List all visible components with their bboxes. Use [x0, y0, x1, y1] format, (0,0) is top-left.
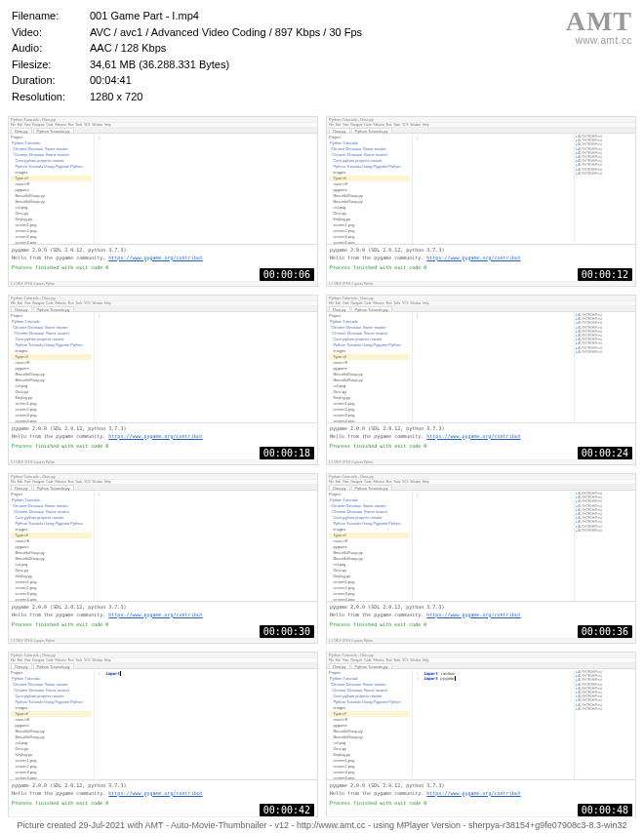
menu-item[interactable]: Help: [104, 480, 110, 484]
menu-item[interactable]: Run: [68, 658, 74, 662]
menu-item[interactable]: Edit: [18, 658, 22, 662]
menu-item[interactable]: Help: [104, 658, 110, 662]
menu-item[interactable]: Run: [68, 301, 74, 305]
menu-item[interactable]: Code: [364, 480, 371, 484]
pygame-link[interactable]: https://www.pygame.org/contribut: [426, 790, 520, 796]
ide-tab[interactable]: Dino.py: [329, 663, 350, 668]
menu-item[interactable]: Run: [68, 123, 74, 127]
menu-item[interactable]: Tools: [75, 480, 82, 484]
menu-item[interactable]: File: [11, 658, 16, 662]
menu-item[interactable]: Refactor: [55, 658, 65, 662]
menu-item[interactable]: Edit: [336, 123, 341, 127]
menu-item[interactable]: Edit: [336, 658, 341, 662]
menu-item[interactable]: Navigate: [350, 658, 362, 662]
menu-item[interactable]: View: [24, 480, 30, 484]
menu-item[interactable]: Window: [411, 123, 422, 127]
menu-item[interactable]: Code: [46, 658, 53, 662]
menu-item[interactable]: VCS: [84, 658, 90, 662]
ide-tab[interactable]: Dino.py: [11, 306, 32, 311]
menu-item[interactable]: Navigate: [350, 480, 362, 484]
menu-item[interactable]: View: [24, 658, 30, 662]
menu-item[interactable]: Window: [93, 123, 103, 127]
menu-item[interactable]: Window: [411, 658, 422, 662]
menu-item[interactable]: Help: [423, 658, 428, 662]
menu-item[interactable]: Refactor: [373, 301, 383, 305]
ide-tab[interactable]: Python Tutorials.py: [33, 128, 74, 133]
ide-tab[interactable]: Dino.py: [11, 663, 32, 668]
pygame-link[interactable]: https://www.pygame.org/contribut: [108, 433, 202, 439]
code-editor[interactable]: 1import: [95, 669, 317, 779]
menu-item[interactable]: Window: [93, 480, 103, 484]
menu-item[interactable]: Code: [364, 658, 371, 662]
menu-item[interactable]: File: [329, 480, 334, 484]
menu-item[interactable]: Refactor: [373, 658, 383, 662]
menu-item[interactable]: View: [342, 301, 348, 305]
code-editor[interactable]: 1import random2import pygame: [413, 669, 573, 779]
menu-item[interactable]: Window: [411, 301, 422, 305]
code-editor[interactable]: 1: [95, 312, 317, 422]
menu-item[interactable]: Navigate: [32, 123, 44, 127]
menu-item[interactable]: File: [329, 658, 334, 662]
menu-item[interactable]: Refactor: [373, 123, 383, 127]
menu-item[interactable]: Window: [93, 658, 103, 662]
menu-item[interactable]: View: [342, 123, 348, 127]
code-editor[interactable]: 1: [95, 491, 317, 601]
menu-item[interactable]: VCS: [84, 123, 90, 127]
menu-item[interactable]: Tools: [75, 123, 82, 127]
menu-item[interactable]: View: [24, 123, 30, 127]
menu-item[interactable]: VCS: [84, 480, 90, 484]
menu-item[interactable]: VCS: [402, 480, 408, 484]
code-editor[interactable]: 1: [413, 491, 573, 601]
menu-item[interactable]: Navigate: [32, 480, 44, 484]
menu-item[interactable]: Help: [423, 301, 428, 305]
menu-item[interactable]: Code: [46, 480, 53, 484]
menu-item[interactable]: Navigate: [32, 301, 44, 305]
menu-item[interactable]: Refactor: [55, 123, 65, 127]
menu-item[interactable]: Navigate: [350, 123, 362, 127]
menu-item[interactable]: Navigate: [350, 301, 362, 305]
pygame-link[interactable]: https://www.pygame.org/contribut: [426, 255, 520, 260]
menu-item[interactable]: Run: [386, 658, 392, 662]
menu-item[interactable]: Edit: [18, 301, 22, 305]
code-editor[interactable]: 1: [95, 134, 317, 244]
pygame-link[interactable]: https://www.pygame.org/contribut: [426, 612, 520, 617]
menu-item[interactable]: Edit: [336, 480, 341, 484]
menu-item[interactable]: Help: [104, 123, 110, 127]
menu-item[interactable]: File: [11, 301, 16, 305]
menu-item[interactable]: Edit: [336, 301, 341, 305]
ide-tab[interactable]: Python Tutorials.py: [351, 128, 392, 133]
menu-item[interactable]: View: [342, 658, 348, 662]
ide-tab[interactable]: Python Tutorials.py: [351, 663, 392, 668]
ide-tab[interactable]: Python Tutorials.py: [351, 485, 392, 490]
menu-item[interactable]: Edit: [18, 123, 22, 127]
structure-item[interactable]: ● AUTHORSHIP.md: [576, 529, 634, 533]
menu-item[interactable]: Help: [104, 301, 110, 305]
menu-item[interactable]: Code: [364, 301, 371, 305]
menu-item[interactable]: Refactor: [55, 480, 65, 484]
menu-item[interactable]: File: [11, 480, 16, 484]
code-editor[interactable]: 1: [413, 312, 573, 422]
menu-item[interactable]: Window: [411, 480, 422, 484]
menu-item[interactable]: VCS: [402, 301, 408, 305]
ide-tab[interactable]: Python Tutorials.py: [33, 485, 74, 490]
structure-item[interactable]: ● AUTHORSHIP.md: [576, 172, 634, 176]
menu-item[interactable]: Tools: [75, 658, 82, 662]
structure-item[interactable]: ● AUTHORSHIP.md: [576, 707, 634, 711]
menu-item[interactable]: Run: [386, 301, 392, 305]
menu-item[interactable]: Code: [46, 301, 53, 305]
menu-item[interactable]: Run: [68, 480, 74, 484]
ide-tab[interactable]: Python Tutorials.py: [33, 663, 74, 668]
menu-item[interactable]: View: [342, 480, 348, 484]
pygame-link[interactable]: https://www.pygame.org/contribut: [108, 612, 202, 617]
ide-tab[interactable]: Dino.py: [329, 128, 350, 133]
menu-item[interactable]: Refactor: [55, 301, 65, 305]
ide-tab[interactable]: Python Tutorials.py: [351, 306, 392, 311]
menu-item[interactable]: File: [329, 301, 334, 305]
menu-item[interactable]: View: [24, 301, 30, 305]
ide-tab[interactable]: Dino.py: [11, 128, 32, 133]
menu-item[interactable]: Window: [93, 301, 103, 305]
menu-item[interactable]: Help: [423, 123, 428, 127]
menu-item[interactable]: Edit: [18, 480, 22, 484]
ide-tab[interactable]: Python Tutorials.py: [33, 306, 74, 311]
menu-item[interactable]: Navigate: [32, 658, 44, 662]
